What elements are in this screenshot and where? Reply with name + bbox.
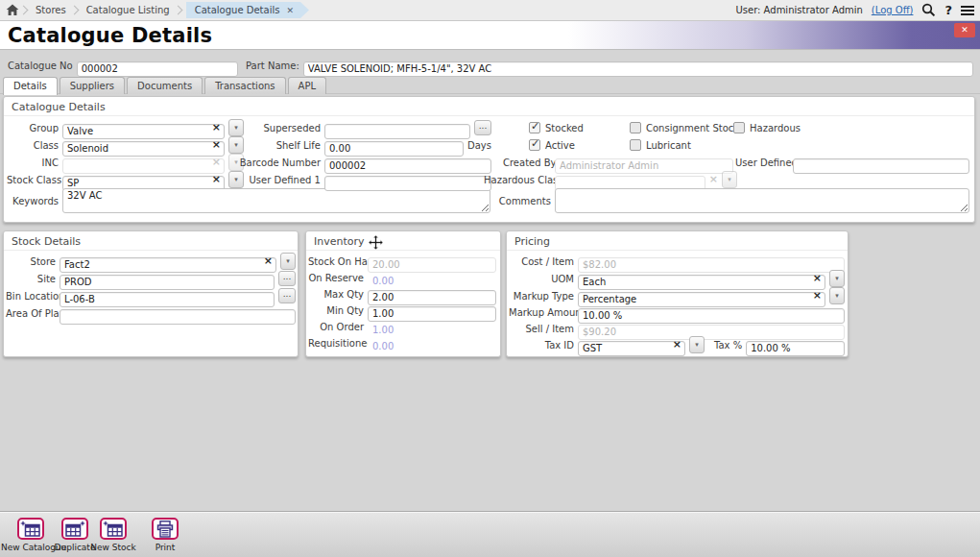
stocked-label: Stocked (545, 123, 584, 133)
markup-type-label: Markup Type (509, 291, 574, 302)
stocked-checkbox[interactable]: Stocked (529, 121, 584, 134)
help-icon[interactable]: ? (944, 3, 952, 17)
panel-title: Inventory (314, 235, 365, 248)
lubricant-checkbox[interactable]: Lubricant (630, 138, 691, 152)
new-catalogue-icon (17, 518, 44, 540)
tab-documents[interactable]: Documents (127, 77, 203, 94)
part-name-label: Part Name: (246, 61, 299, 71)
catalogue-no-label: Catalogue No (8, 61, 73, 71)
search-icon[interactable] (921, 3, 936, 17)
created-by-label: Created By (503, 157, 551, 168)
button-label: New Stock (88, 543, 138, 552)
tax-id-label: Tax ID (509, 340, 574, 351)
menu-icon[interactable] (961, 5, 974, 16)
duplicate-icon (61, 518, 88, 540)
checkbox-icon (733, 122, 745, 133)
panel-title: Pricing (514, 235, 550, 248)
breadcrumb-separator-icon (69, 6, 79, 15)
pricing-panel: Pricing Cost / Item UOM × ▾ Markup Type … (506, 230, 849, 357)
catalogue-no-input[interactable] (77, 61, 238, 77)
hazardous-class-label: Hazardous Class (484, 175, 551, 185)
on-order-label: On Order (308, 322, 364, 332)
close-tab-icon[interactable]: ✕ (286, 6, 294, 15)
hazardous-class-dropdown-button[interactable]: ▾ (722, 171, 737, 188)
superseded-label: Superseded (234, 123, 321, 133)
part-name-input[interactable] (303, 61, 973, 77)
uom-dropdown-button[interactable]: ▾ (829, 270, 845, 287)
consignment-stock-checkbox[interactable]: Consignment Stock (630, 121, 739, 134)
superseded-lookup-button[interactable]: ... (474, 120, 491, 135)
tax-id-dropdown-button[interactable]: ▾ (689, 336, 705, 353)
min-qty-label: Min Qty (308, 305, 364, 316)
markup-amount-label: Markup Amount (509, 307, 574, 318)
lubricant-label: Lubricant (646, 140, 691, 151)
mouse-cursor (369, 235, 383, 254)
inventory-panel: Inventory Stock On Hand On Reserve Max Q… (305, 230, 501, 357)
clear-icon[interactable]: × (813, 272, 822, 285)
clear-icon[interactable]: × (212, 173, 221, 186)
area-of-plant-input[interactable] (60, 309, 296, 325)
comments-label: Comments (484, 196, 551, 206)
breadcrumb-separator-icon (173, 6, 182, 15)
markup-type-dropdown-button[interactable]: ▾ (829, 287, 845, 304)
area-of-plant-label: Area Of Plant (6, 308, 56, 319)
clear-icon: × (212, 156, 221, 169)
active-checkbox[interactable]: Active (529, 138, 575, 152)
bin-location-lookup-button[interactable]: ... (278, 288, 296, 303)
tab-details[interactable]: Details (3, 77, 58, 95)
user-label: User: Administrator Admin (735, 5, 862, 15)
divider (507, 250, 848, 251)
tab-transactions[interactable]: Transactions (204, 77, 285, 94)
breadcrumb-stores[interactable]: Stores (32, 5, 70, 15)
requisitioned-label: Requisitioned (308, 338, 364, 349)
tax-pct-label: Tax % (714, 340, 742, 351)
tab-suppliers[interactable]: Suppliers (60, 77, 125, 94)
hazardous-checkbox[interactable]: Hazardous (733, 121, 801, 134)
class-label: Class (7, 140, 59, 151)
shelf-life-label: Shelf Life (234, 140, 321, 151)
cost-item-label: Cost / Item (509, 256, 574, 267)
clear-icon: × (709, 173, 718, 186)
breadcrumb-catalogue-listing[interactable]: Catalogue Listing (83, 5, 174, 15)
footer-toolbar: New Catalogue Duplicate New Stock Print (0, 511, 980, 557)
tax-pct-input[interactable] (746, 341, 845, 356)
title-bar: Catalogue Details ✕ (0, 21, 980, 50)
requisitioned-input (368, 339, 496, 354)
store-label: Store (6, 256, 56, 267)
breadcrumb-label: Catalogue Details (195, 5, 280, 15)
checkbox-icon (529, 139, 540, 151)
user-defined-2-input[interactable] (793, 158, 969, 174)
store-dropdown-button[interactable]: ▾ (280, 253, 296, 270)
keywords-textarea[interactable]: 32V AC (62, 188, 490, 213)
panel-title: Stock Details (12, 235, 81, 248)
clear-icon[interactable]: × (673, 338, 681, 351)
barcode-number-label: Barcode Number (234, 157, 321, 168)
button-label: Print (140, 543, 190, 552)
print-button[interactable]: Print (140, 518, 190, 552)
divider (4, 115, 974, 116)
breadcrumb-catalogue-details-active[interactable]: Catalogue Details ✕ (186, 2, 309, 18)
tax-id-input[interactable] (578, 341, 685, 356)
log-off-link[interactable]: (Log Off) (872, 5, 914, 15)
page-title: Catalogue Details (8, 24, 212, 47)
clear-icon[interactable]: × (212, 121, 221, 134)
clear-icon[interactable]: × (264, 254, 273, 268)
new-stock-button[interactable]: New Stock (88, 518, 138, 552)
breadcrumb-separator-icon (19, 6, 29, 15)
site-lookup-button[interactable]: ... (278, 271, 296, 286)
clear-icon[interactable]: × (813, 289, 822, 303)
stock-on-hand-label: Stock On Hand (308, 256, 364, 267)
on-reserve-label: On Reserve (308, 273, 364, 283)
close-button[interactable]: ✕ (954, 23, 975, 37)
tab-apl[interactable]: APL (288, 77, 326, 94)
max-qty-label: Max Qty (308, 289, 364, 300)
user-defined-1-input[interactable] (324, 176, 491, 191)
hazardous-label: Hazardous (750, 123, 801, 133)
uom-label: UOM (509, 274, 574, 284)
stock-details-panel: Stock Details Store × ▾ Site ... Bin Loc… (3, 230, 299, 357)
clear-icon[interactable]: × (212, 138, 221, 152)
comments-textarea[interactable] (555, 188, 969, 213)
home-icon[interactable] (6, 4, 19, 16)
stock-class-label: Stock Class (7, 175, 59, 185)
group-label: Group (7, 123, 59, 133)
